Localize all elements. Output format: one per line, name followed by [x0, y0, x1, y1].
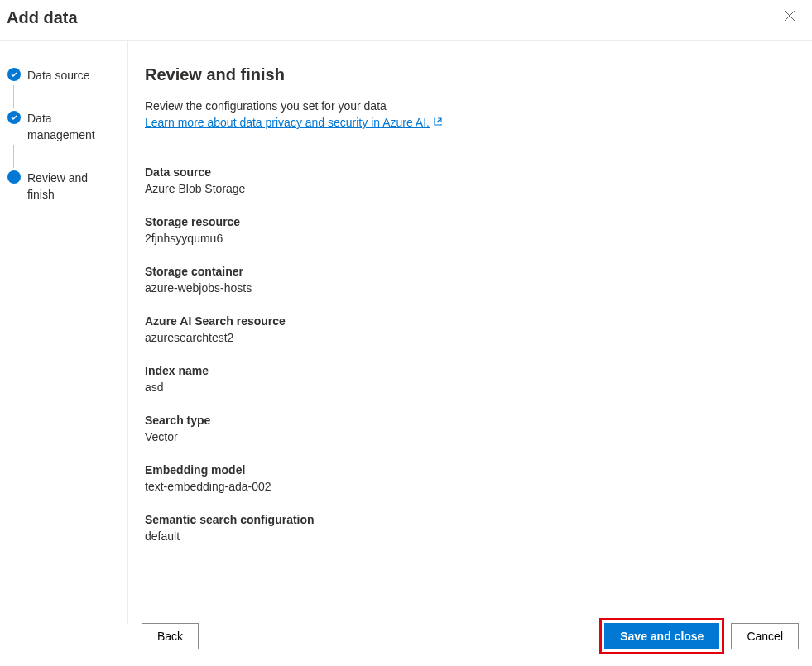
step-label: Data source — [27, 67, 93, 84]
page-subtitle: Review the configurations you set for yo… — [145, 99, 792, 113]
dialog-title: Add data — [7, 8, 78, 27]
back-button[interactable]: Back — [142, 623, 199, 649]
current-step-icon — [7, 170, 21, 184]
dialog-body: Data source Data management Review and f… — [0, 41, 812, 624]
step-label: Data management — [27, 110, 121, 143]
field-search-resource: Azure AI Search resource azuresearchtest… — [145, 314, 792, 344]
field-storage-container: Storage container azure-webjobs-hosts — [145, 265, 792, 295]
field-label: Storage resource — [145, 215, 792, 228]
step-connector — [13, 145, 14, 168]
close-icon — [784, 10, 795, 22]
external-link-icon — [433, 116, 443, 129]
wizard-sidebar: Data source Data management Review and f… — [0, 41, 128, 624]
footer-actions: Save and close Cancel — [599, 618, 799, 654]
learn-more-text: Learn more about data privacy and securi… — [145, 116, 430, 129]
field-label: Embedding model — [145, 463, 792, 477]
save-and-close-button[interactable]: Save and close — [604, 623, 719, 649]
field-value: Azure Blob Storage — [145, 182, 792, 195]
cancel-button[interactable]: Cancel — [731, 623, 799, 649]
field-embedding-model: Embedding model text-embedding-ada-002 — [145, 463, 792, 493]
field-label: Azure AI Search resource — [145, 314, 792, 328]
close-button[interactable] — [781, 7, 799, 28]
field-semantic-config: Semantic search configuration default — [145, 513, 792, 543]
step-label: Review and finish — [27, 170, 121, 203]
step-data-source[interactable]: Data source — [7, 67, 121, 84]
field-value: azuresearchtest2 — [145, 331, 792, 344]
field-label: Search type — [145, 414, 792, 427]
step-review-finish[interactable]: Review and finish — [7, 170, 121, 203]
field-label: Storage container — [145, 265, 792, 278]
step-connector — [13, 85, 14, 108]
field-value: default — [145, 529, 792, 543]
field-storage-resource: Storage resource 2fjnhsyyqumu6 — [145, 215, 792, 245]
field-value: text-embedding-ada-002 — [145, 480, 792, 493]
field-label: Index name — [145, 364, 792, 377]
field-label: Data source — [145, 165, 792, 179]
page-title: Review and finish — [145, 65, 792, 84]
field-data-source: Data source Azure Blob Storage — [145, 165, 792, 195]
field-value: 2fjnhsyyqumu6 — [145, 232, 792, 245]
field-value: asd — [145, 381, 792, 394]
field-label: Semantic search configuration — [145, 513, 792, 526]
dialog-header: Add data — [0, 0, 812, 41]
checkmark-icon — [7, 111, 21, 124]
field-value: azure-webjobs-hosts — [145, 281, 792, 295]
field-search-type: Search type Vector — [145, 414, 792, 443]
field-value: Vector — [145, 430, 792, 443]
dialog-footer: Back Save and close Cancel — [128, 606, 812, 666]
field-index-name: Index name asd — [145, 364, 792, 394]
main-content: Review and finish Review the configurati… — [128, 41, 812, 624]
checkmark-icon — [7, 68, 21, 81]
highlight-annotation: Save and close — [599, 618, 724, 654]
step-data-management[interactable]: Data management — [7, 110, 121, 143]
learn-more-link[interactable]: Learn more about data privacy and securi… — [145, 116, 443, 129]
